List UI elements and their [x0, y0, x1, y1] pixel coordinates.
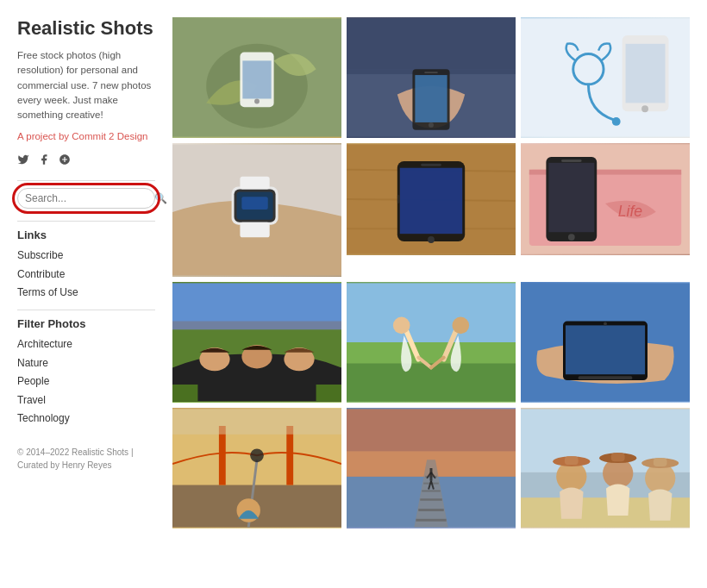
links-list: Subscribe Contribute Terms of Use	[17, 247, 155, 303]
twitter-icon[interactable]	[17, 153, 29, 168]
photo-2[interactable]	[347, 17, 516, 138]
divider-1	[17, 180, 155, 181]
svg-rect-31	[400, 168, 463, 234]
svg-point-4	[254, 99, 260, 104]
filter-nature[interactable]: Nature	[17, 354, 155, 373]
svg-point-74	[250, 448, 264, 462]
facebook-icon[interactable]	[38, 153, 50, 168]
svg-rect-100	[611, 453, 625, 461]
svg-rect-49	[172, 385, 197, 402]
site-description: Free stock photos (high resolution) for …	[17, 48, 155, 122]
photo-grid: Life	[172, 17, 690, 571]
search-icon[interactable]: 🔍	[154, 192, 167, 204]
svg-rect-42	[561, 160, 582, 162]
filter-people[interactable]: People	[17, 372, 155, 391]
svg-rect-44	[172, 283, 341, 325]
svg-rect-66	[579, 376, 633, 379]
link-subscribe[interactable]: Subscribe	[17, 247, 155, 266]
svg-rect-24	[241, 197, 267, 210]
svg-rect-33	[421, 164, 441, 166]
photo-8[interactable]	[347, 282, 516, 403]
photo-3[interactable]	[521, 17, 690, 138]
svg-point-58	[453, 317, 470, 335]
svg-rect-72	[172, 409, 341, 434]
svg-rect-103	[654, 458, 667, 466]
svg-rect-16	[626, 44, 666, 103]
svg-rect-40	[548, 163, 594, 232]
link-contribute[interactable]: Contribute	[17, 266, 155, 285]
svg-rect-64	[566, 325, 645, 374]
svg-rect-97	[565, 456, 579, 465]
photo-7[interactable]	[172, 282, 341, 403]
svg-rect-71	[286, 426, 293, 485]
svg-rect-70	[219, 426, 226, 485]
photo-4[interactable]	[172, 143, 341, 277]
filter-travel[interactable]: Travel	[17, 391, 155, 410]
photo-10[interactable]	[172, 408, 341, 529]
project-link[interactable]: A project by Commit 2 Design	[17, 131, 155, 141]
svg-rect-50	[316, 385, 341, 402]
svg-rect-81	[420, 498, 441, 500]
svg-rect-22	[240, 177, 269, 190]
svg-rect-52	[347, 283, 516, 342]
svg-rect-45	[172, 322, 341, 330]
sidebar: Realistic Shots Free stock photos (high …	[17, 17, 155, 571]
photo-1[interactable]	[172, 17, 341, 138]
svg-point-65	[604, 322, 607, 325]
footer-note: © 2014–2022 Realistic Shots | Curated by…	[17, 446, 155, 472]
filter-section-title: Filter Photos	[17, 317, 155, 330]
svg-point-41	[568, 234, 575, 241]
svg-point-10	[429, 122, 434, 128]
svg-point-32	[428, 236, 435, 243]
svg-point-56	[393, 317, 410, 335]
svg-rect-82	[422, 490, 441, 491]
social-icons	[17, 153, 155, 168]
googleplus-icon[interactable]	[59, 153, 71, 168]
divider-2	[17, 221, 155, 222]
photo-6[interactable]: Life	[521, 143, 690, 255]
photo-9[interactable]	[521, 282, 690, 403]
svg-rect-3	[242, 60, 271, 98]
svg-rect-23	[240, 222, 269, 238]
svg-rect-54	[347, 342, 516, 364]
svg-rect-79	[416, 519, 446, 522]
search-input[interactable]	[25, 192, 154, 204]
svg-rect-11	[424, 72, 438, 73]
photo-12[interactable]	[521, 408, 690, 529]
svg-point-14	[612, 117, 621, 126]
svg-point-17	[641, 105, 648, 112]
site-title: Realistic Shots	[17, 17, 155, 40]
svg-rect-80	[418, 509, 443, 511]
links-section-title: Links	[17, 228, 155, 241]
svg-text:Life: Life	[618, 203, 643, 220]
svg-rect-34	[397, 195, 400, 203]
filter-list: Architecture Nature People Travel Techno…	[17, 335, 155, 428]
svg-rect-9	[415, 75, 447, 122]
photo-5[interactable]	[347, 143, 516, 255]
photo-11[interactable]	[347, 408, 516, 529]
filter-technology[interactable]: Technology	[17, 410, 155, 428]
link-terms[interactable]: Terms of Use	[17, 284, 155, 303]
filter-architecture[interactable]: Architecture	[17, 335, 155, 354]
search-wrapper: 🔍	[17, 188, 155, 209]
search-container: 🔍	[17, 188, 155, 209]
divider-3	[17, 310, 155, 310]
